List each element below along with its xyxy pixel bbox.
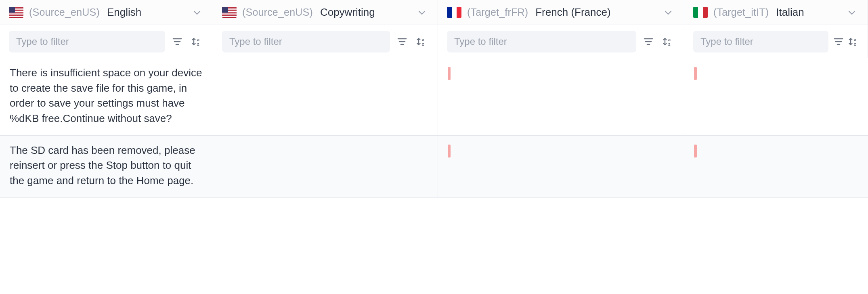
chevron-down-icon[interactable]: [190, 6, 204, 19]
filter-icon[interactable]: [395, 34, 409, 49]
empty-indicator-icon: [448, 145, 451, 158]
language-name: French (France): [535, 6, 610, 19]
sort-icon[interactable]: [849, 34, 859, 49]
column-header[interactable]: (Target_frFR)French (France): [438, 0, 684, 25]
filter-input[interactable]: [447, 31, 636, 52]
empty-indicator-icon: [448, 67, 451, 80]
sort-icon[interactable]: [660, 34, 675, 49]
table-cell[interactable]: [213, 58, 438, 136]
flag-icon: [9, 7, 23, 18]
empty-indicator-icon: [694, 67, 697, 80]
locale-id: (Source_enUS): [242, 6, 313, 18]
filter-cell: [684, 25, 868, 58]
sort-icon[interactable]: [414, 34, 429, 49]
table-cell[interactable]: [438, 136, 684, 198]
chevron-down-icon[interactable]: [661, 6, 675, 19]
table-cell[interactable]: [438, 58, 684, 136]
filter-icon[interactable]: [170, 34, 185, 49]
flag-icon: [693, 7, 708, 18]
table-cell[interactable]: There is insufficient space on your devi…: [0, 58, 213, 136]
empty-indicator-icon: [694, 145, 697, 158]
locale-id: (Target_itIT): [713, 6, 769, 18]
filter-icon[interactable]: [833, 34, 844, 49]
column-header[interactable]: (Target_itIT)Italian: [684, 0, 868, 25]
language-name: Italian: [776, 6, 804, 19]
filter-cell: [0, 25, 213, 58]
cell-text: The SD card has been removed, please rei…: [10, 144, 195, 187]
locale-id: (Source_enUS): [29, 6, 100, 18]
table-cell[interactable]: [684, 58, 868, 136]
filter-cell: [213, 25, 438, 58]
filter-input[interactable]: [222, 31, 390, 52]
sort-icon[interactable]: [189, 34, 204, 49]
chevron-down-icon[interactable]: [415, 6, 429, 19]
flag-icon: [447, 7, 461, 18]
cell-text: There is insufficient space on your devi…: [10, 67, 202, 124]
language-name: English: [107, 6, 141, 19]
chevron-down-icon[interactable]: [845, 6, 859, 19]
table-cell[interactable]: The SD card has been removed, please rei…: [0, 136, 213, 198]
filter-input[interactable]: [693, 31, 828, 52]
column-header[interactable]: (Source_enUS)English: [0, 0, 213, 25]
table-cell[interactable]: [213, 136, 438, 198]
table-cell[interactable]: [684, 136, 868, 198]
column-header[interactable]: (Source_enUS)Copywriting: [213, 0, 438, 25]
locale-id: (Target_frFR): [467, 6, 528, 18]
language-name: Copywriting: [320, 6, 375, 19]
filter-icon[interactable]: [641, 34, 656, 49]
filter-cell: [438, 25, 684, 58]
filter-input[interactable]: [9, 31, 165, 52]
flag-icon: [222, 7, 237, 18]
